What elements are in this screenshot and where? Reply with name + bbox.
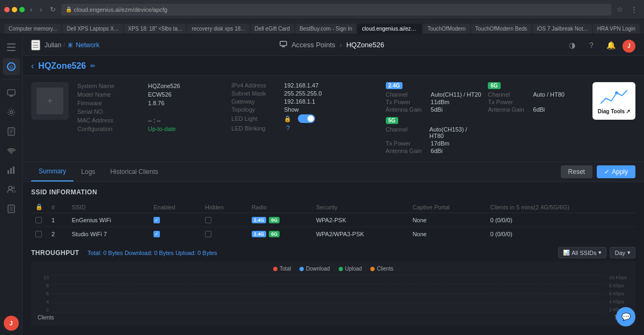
legend-total: Total — [273, 266, 291, 272]
y-label-6: 6 — [35, 291, 49, 296]
row2-lock — [31, 227, 47, 241]
led-help-icon[interactable]: ? — [286, 125, 290, 132]
notification-button[interactable]: 🔔 — [603, 38, 618, 53]
apply-button[interactable]: ✓ Apply — [597, 165, 635, 178]
maximize-dot[interactable] — [19, 7, 25, 12]
led-label: LED Light — [231, 115, 280, 122]
filter-icon: 📊 — [563, 250, 569, 256]
app: G J ☰ Julian / — [0, 34, 644, 335]
antenna-label-6: Antenna Gain — [488, 106, 531, 113]
close-dot[interactable] — [4, 7, 10, 12]
y-label-10: 10 — [35, 275, 49, 280]
day-filter-button[interactable]: Day ▾ — [610, 247, 635, 258]
browser-tab[interactable]: BestBuy.com - Sign In — [295, 24, 356, 34]
browser-tab[interactable]: XPS 18: 18" <5lbs ta... — [124, 24, 187, 34]
reset-button[interactable]: Reset — [561, 165, 592, 178]
tab-historical[interactable]: Historical Clients — [103, 163, 165, 181]
row1-lock — [31, 213, 47, 227]
mac-label: MAC Address — [77, 116, 144, 124]
sidebar-icon-reports[interactable] — [3, 123, 20, 140]
band-badge-6: 6G — [488, 82, 500, 89]
ssid-table: 🔒 # SSID Enabled Hidden Radio Security C… — [31, 201, 635, 241]
row2-ssid: Studio WiFi 7 — [68, 227, 149, 241]
device-edit-icon[interactable]: ✏ — [90, 62, 96, 70]
topology-link[interactable]: Show — [284, 106, 299, 113]
antenna-label-24b: Antenna Gain — [386, 148, 429, 154]
network-label[interactable]: Network — [76, 41, 99, 49]
gateway-label: Gateway — [231, 98, 280, 105]
channel-value-24b: Auto(CH153) / HT80 — [429, 126, 481, 139]
hamburger-button[interactable]: ☰ — [31, 40, 40, 50]
topology-label: Topology — [231, 106, 280, 113]
chart-x-axis: Clients Traffic — [35, 315, 631, 321]
brightness-button[interactable]: ◑ — [565, 38, 580, 53]
forward-button[interactable]: › — [38, 4, 44, 14]
tab-summary[interactable]: Summary — [31, 162, 74, 181]
browser-tab[interactable]: TouchOfModern Beds — [471, 24, 532, 34]
chat-button[interactable]: 💬 — [616, 307, 635, 326]
diag-tools-button[interactable]: Diag Tools ↗ — [592, 82, 635, 120]
row1-num: 1 — [47, 213, 68, 227]
antenna-label-24: Antenna Gain — [386, 106, 429, 113]
row2-enabled-check[interactable]: ✓ — [153, 231, 160, 237]
sidebar-icon-menu[interactable] — [3, 39, 20, 56]
sidebar-icon-analytics[interactable] — [3, 162, 20, 179]
browser-tab[interactable]: Dell eGift Card — [251, 24, 295, 34]
username-label: Julian — [45, 41, 61, 49]
sidebar-icon-dashboard[interactable]: G — [3, 58, 20, 75]
user-avatar[interactable]: J — [4, 316, 19, 331]
reload-button[interactable]: ↻ — [48, 4, 58, 14]
minimize-dot[interactable] — [12, 7, 17, 12]
wifi-bands: 2.4G Channel Auto(CH11) / HT20 Tx Power … — [386, 82, 584, 155]
browser-tab[interactable]: Dell XPS Laptops X... — [62, 24, 122, 34]
channel-label-24: Channel — [386, 91, 429, 98]
browser-tab[interactable]: Computer memory... — [4, 24, 61, 34]
throughput-chart: Total Download Upload — [31, 261, 635, 326]
extensions-button[interactable]: ⋮ — [628, 4, 640, 14]
legend-total-dot — [273, 267, 277, 271]
browser-tab[interactable]: iOS 7 Jailbreak Not... — [532, 24, 591, 34]
row2-hidden-check[interactable] — [205, 231, 211, 237]
sidebar-icon-wifi[interactable] — [3, 142, 20, 159]
svg-point-15 — [9, 186, 12, 190]
address-bar[interactable]: 🔒 cloud.engenius.ai/ezm/device/apcfg — [61, 4, 611, 16]
browser-tab-active[interactable]: cloud.engenius.ai/ezm... — [357, 24, 422, 34]
topbar-avatar[interactable]: J — [623, 40, 635, 53]
sidebar-icon-settings[interactable] — [3, 104, 20, 121]
network-icon — [67, 42, 74, 48]
sidebar-icon-devices[interactable] — [3, 84, 20, 101]
sidebar-icon-list[interactable] — [3, 200, 20, 217]
col-hidden: Hidden — [201, 201, 247, 213]
row1-checkbox[interactable] — [35, 217, 42, 223]
browser-tab[interactable]: recovery disk xps 18... — [187, 24, 249, 34]
throughput-title-row: THROUGHPUT Total: 0 Bytes Download: 0 By… — [31, 249, 217, 257]
ssid-filter-button[interactable]: 📊 All SSIDs ▾ — [558, 247, 606, 258]
row2-enabled: ✓ — [149, 227, 201, 241]
sidebar-icon-users[interactable] — [3, 181, 20, 198]
breadcrumb: Access Points › HQZone526 — [104, 41, 560, 49]
legend-upload-dot — [339, 267, 343, 271]
row1-hidden-check[interactable] — [205, 217, 211, 223]
grid-line-1 — [51, 275, 605, 275]
svg-text:G: G — [9, 64, 13, 70]
row2-radio: 2.4G 6G — [247, 227, 312, 241]
row1-enabled-check[interactable]: ✓ — [153, 217, 160, 223]
help-button[interactable]: ? — [584, 38, 599, 53]
browser-tab[interactable]: HRA VPN Login — [593, 24, 640, 34]
model-label: Model Name — [77, 91, 144, 98]
svg-rect-5 — [8, 90, 15, 95]
topbar-actions: ◑ ? 🔔 J — [565, 38, 635, 53]
col-captive: Captive Portal — [408, 201, 486, 213]
tab-logs[interactable]: Logs — [74, 163, 103, 181]
legend-total-label: Total — [280, 266, 291, 272]
band-badge-24b: 5G — [386, 117, 398, 124]
bookmarks-button[interactable]: ☆ — [614, 4, 625, 14]
legend-download: Download — [299, 266, 330, 272]
row2-checkbox[interactable] — [35, 231, 42, 237]
device-back-button[interactable]: ‹ — [31, 61, 34, 71]
ssid-filter-label: All SSIDs — [572, 250, 596, 256]
back-button[interactable]: ‹ — [28, 4, 34, 14]
chart-body: 10 8 6 4 2 — [35, 275, 631, 312]
browser-tab[interactable]: TouchOfModern — [423, 24, 470, 34]
led-toggle[interactable] — [298, 114, 315, 123]
